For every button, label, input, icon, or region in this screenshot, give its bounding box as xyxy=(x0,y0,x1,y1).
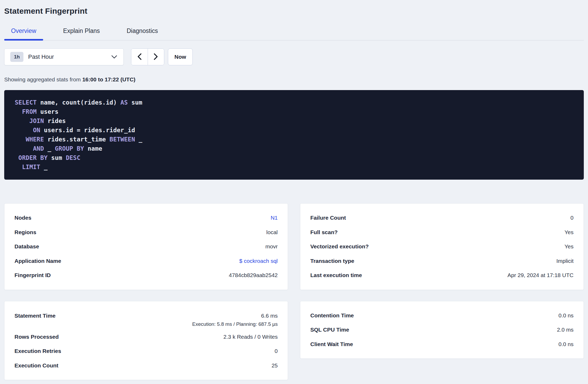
sql-line: JOIN rides xyxy=(15,116,573,126)
stat-label: Execution Count xyxy=(14,362,58,369)
stat-value: Implicit xyxy=(556,258,574,264)
chevron-left-icon xyxy=(137,53,142,61)
stat-label: Transaction type xyxy=(310,258,354,264)
statement-fingerprint-page: Statement Fingerprint Overview Explain P… xyxy=(0,6,588,380)
stat-subvalue: Execution: 5.8 ms / Planning: 687.5 µs xyxy=(192,321,278,328)
stat-value: 0.0 ns xyxy=(559,341,574,348)
tab-explain-plans[interactable]: Explain Plans xyxy=(56,27,107,40)
stat-row: Vectorized execution?Yes xyxy=(310,239,574,254)
next-time-range-button[interactable] xyxy=(148,49,164,65)
stat-row: Client Wait Time0.0 ns xyxy=(310,337,574,352)
stat-value: Yes xyxy=(565,229,574,236)
stat-row: SQL CPU Time2.0 ms xyxy=(310,323,574,337)
stat-label: Rows Processed xyxy=(14,333,59,340)
stat-label: Last execution time xyxy=(310,272,362,279)
sql-line: SELECT name, count(rides.id) AS sum xyxy=(15,98,573,107)
stat-row: Regionslocal xyxy=(14,225,278,240)
stat-label: Nodes xyxy=(14,214,31,221)
stat-value-link[interactable]: $ cockroach sql xyxy=(239,258,278,264)
sql-line: ORDER BY sum DESC xyxy=(15,153,573,163)
page-title: Statement Fingerprint xyxy=(4,6,584,16)
tab-overview[interactable]: Overview xyxy=(4,27,43,40)
aggregated-stats-summary: Showing aggregated stats from16:00 to 17… xyxy=(4,76,584,83)
stat-label: Contention Time xyxy=(310,312,354,319)
stat-row: Statement Time6.6 msExecution: 5.8 ms / … xyxy=(14,308,278,330)
stat-value: local xyxy=(266,229,278,236)
now-button[interactable]: Now xyxy=(168,48,193,65)
stat-row: Application Name$ cockroach sql xyxy=(14,254,278,268)
time-controls: 1h Past Hour Now xyxy=(4,48,584,65)
stat-value: 0 xyxy=(275,348,278,355)
stat-value: Yes xyxy=(565,243,574,250)
stat-row: Last execution timeApr 29, 2024 at 17:18… xyxy=(310,268,574,283)
stat-value: 2.0 ms xyxy=(557,326,574,333)
stat-label: Fingerprint ID xyxy=(14,272,51,279)
stat-row: Execution Count25 xyxy=(14,358,278,373)
statement-details-card: NodesN1RegionslocalDatabasemovrApplicati… xyxy=(4,203,288,290)
chevron-right-icon xyxy=(154,53,158,61)
sql-statement-box: SELECT name, count(rides.id) AS sum FROM… xyxy=(4,90,584,180)
stat-label: Vectorized execution? xyxy=(310,243,369,250)
stat-row: Fingerprint ID4784cb829aab2542 xyxy=(14,268,278,283)
stat-row: Contention Time0.0 ns xyxy=(310,308,574,323)
stat-row: Transaction typeImplicit xyxy=(310,254,574,268)
stat-row: Rows Processed2.3 k Reads / 0 Writes xyxy=(14,330,278,344)
time-range-badge: 1h xyxy=(10,52,23,62)
stat-label: Execution Retries xyxy=(14,348,61,355)
stat-label: Client Wait Time xyxy=(310,341,353,348)
stat-value: 4784cb829aab2542 xyxy=(229,272,278,279)
time-range-label: Past Hour xyxy=(28,53,54,60)
stat-row: NodesN1 xyxy=(14,211,278,225)
stat-label: Failure Count xyxy=(310,214,346,221)
previous-time-range-button[interactable] xyxy=(131,49,148,65)
stat-value: 2.3 k Reads / 0 Writes xyxy=(223,333,278,340)
sql-line: LIMIT _ xyxy=(15,163,573,172)
sql-line: WHERE rides.start_time BETWEEN _ xyxy=(15,135,573,144)
summary-prefix: Showing aggregated stats from xyxy=(4,76,81,82)
statement-timing-card: Statement Time6.6 msExecution: 5.8 ms / … xyxy=(4,301,288,380)
tab-diagnostics[interactable]: Diagnostics xyxy=(120,27,165,40)
stat-label: Regions xyxy=(14,229,36,236)
stat-label: SQL CPU Time xyxy=(310,326,349,333)
wait-time-card: Contention Time0.0 nsSQL CPU Time2.0 msC… xyxy=(300,301,584,359)
chevron-down-icon xyxy=(111,55,117,59)
stat-value-block: 6.6 msExecution: 5.8 ms / Planning: 687.… xyxy=(192,312,278,328)
execution-attributes-card: Failure Count0Full scan?YesVectorized ex… xyxy=(300,203,584,290)
overview-cards-row: NodesN1RegionslocalDatabasemovrApplicati… xyxy=(4,203,584,290)
stat-label: Statement Time xyxy=(14,312,56,319)
sql-line: AND _ GROUP BY name xyxy=(15,144,573,153)
sql-line: FROM users xyxy=(15,107,573,116)
time-range-select[interactable]: 1h Past Hour xyxy=(4,48,124,65)
stat-value: Apr 29, 2024 at 17:18 UTC xyxy=(507,272,574,279)
stat-label: Full scan? xyxy=(310,229,338,236)
stat-value: 0.0 ns xyxy=(559,312,574,319)
stat-label: Application Name xyxy=(14,258,61,264)
tab-bar: Overview Explain Plans Diagnostics xyxy=(4,27,584,41)
stat-label: Database xyxy=(14,243,39,250)
stat-row: Failure Count0 xyxy=(310,211,574,225)
stat-row: Execution Retries0 xyxy=(14,344,278,358)
stat-value: 25 xyxy=(272,362,278,369)
stat-row: Full scan?Yes xyxy=(310,225,574,240)
stat-value: 0 xyxy=(570,214,574,221)
summary-time-range: 16:00 to 17:22 (UTC) xyxy=(82,76,136,82)
stat-value-link[interactable]: N1 xyxy=(271,214,278,221)
stat-value: 6.6 ms xyxy=(261,313,278,319)
stat-value: movr xyxy=(265,243,278,250)
time-range-pager xyxy=(131,48,164,65)
timing-cards-row: Statement Time6.6 msExecution: 5.8 ms / … xyxy=(4,301,584,380)
stat-row: Databasemovr xyxy=(14,239,278,254)
sql-line: ON users.id = rides.rider_id xyxy=(15,126,573,135)
